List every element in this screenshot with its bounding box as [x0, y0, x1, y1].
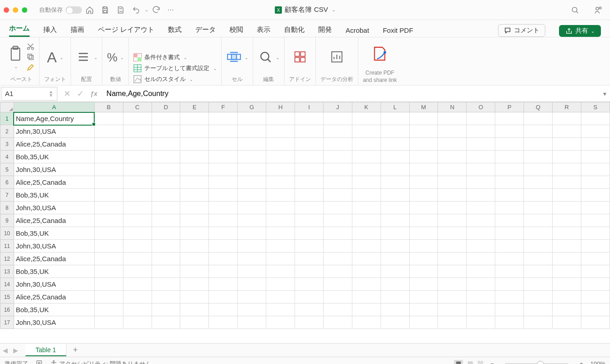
font-icon[interactable]: A [47, 49, 56, 66]
cell-F12[interactable] [209, 253, 238, 265]
cell-H5[interactable] [266, 163, 295, 176]
cut-icon[interactable] [26, 42, 35, 52]
cell-P3[interactable] [495, 138, 524, 151]
cell-M1[interactable] [409, 112, 438, 125]
cell-O16[interactable] [467, 303, 495, 316]
col-header-N[interactable]: N [438, 102, 467, 112]
format-painter-icon[interactable] [26, 63, 35, 73]
cell-S8[interactable] [581, 202, 610, 214]
row-header-15[interactable]: 15 [0, 291, 14, 303]
cell-F15[interactable] [209, 291, 238, 303]
cell-R9[interactable] [553, 214, 581, 227]
cell-I8[interactable] [295, 202, 324, 214]
cell-P5[interactable] [495, 163, 524, 176]
cell-B11[interactable] [94, 240, 123, 253]
cell-M8[interactable] [409, 202, 438, 214]
row-header-11[interactable]: 11 [0, 240, 14, 253]
cell-S14[interactable] [581, 278, 610, 291]
cell-K5[interactable] [352, 163, 381, 176]
cell-O8[interactable] [467, 202, 495, 214]
pdf-share-icon[interactable] [371, 46, 389, 63]
cell-H3[interactable] [266, 138, 295, 151]
cell-S10[interactable] [581, 227, 610, 240]
cell-O6[interactable] [467, 176, 495, 189]
cell-E5[interactable] [180, 163, 209, 176]
cell-N11[interactable] [438, 240, 467, 253]
sheet-nav-prev[interactable]: ◀ [0, 347, 10, 354]
cell-L1[interactable] [381, 112, 409, 125]
cell-J5[interactable] [323, 163, 352, 176]
cell-I6[interactable] [295, 176, 324, 189]
undo-icon[interactable] [132, 6, 140, 14]
cell-A3[interactable]: Alice,25,Canada [14, 138, 94, 151]
cell-H7[interactable] [266, 189, 295, 202]
cell-J1[interactable] [323, 112, 352, 125]
cell-P4[interactable] [495, 151, 524, 163]
select-all-corner[interactable] [0, 102, 14, 112]
cell-Q14[interactable] [524, 278, 553, 291]
row-header-1[interactable]: 1 [0, 112, 14, 125]
cell-C16[interactable] [123, 303, 152, 316]
row-header-5[interactable]: 5 [0, 163, 14, 176]
cell-P7[interactable] [495, 189, 524, 202]
cell-R4[interactable] [553, 151, 581, 163]
row-header-12[interactable]: 12 [0, 253, 14, 265]
cell-B15[interactable] [94, 291, 123, 303]
cell-C9[interactable] [123, 214, 152, 227]
normal-view-icon[interactable]: ▦ [454, 360, 463, 364]
cell-G16[interactable] [238, 303, 266, 316]
cell-I16[interactable] [295, 303, 324, 316]
cell-S1[interactable] [581, 112, 610, 125]
cell-P1[interactable] [495, 112, 524, 125]
cell-S11[interactable] [581, 240, 610, 253]
cell-J10[interactable] [323, 227, 352, 240]
tab-数式[interactable]: 数式 [168, 25, 182, 37]
cell-D3[interactable] [152, 138, 180, 151]
cell-A15[interactable]: Alice,25,Canada [14, 291, 94, 303]
cell-P10[interactable] [495, 227, 524, 240]
col-header-K[interactable]: K [352, 102, 381, 112]
cell-E2[interactable] [180, 125, 209, 138]
cell-D1[interactable] [152, 112, 180, 125]
cell-Q8[interactable] [524, 202, 553, 214]
cell-B3[interactable] [94, 138, 123, 151]
cell-J3[interactable] [323, 138, 352, 151]
cell-L10[interactable] [381, 227, 409, 240]
cell-M9[interactable] [409, 214, 438, 227]
cell-K10[interactable] [352, 227, 381, 240]
cell-B10[interactable] [94, 227, 123, 240]
cell-H2[interactable] [266, 125, 295, 138]
cell-L13[interactable] [381, 265, 409, 278]
cell-M14[interactable] [409, 278, 438, 291]
cell-M11[interactable] [409, 240, 438, 253]
page-layout-view-icon[interactable]: ▤ [468, 360, 473, 364]
cell-I1[interactable] [295, 112, 324, 125]
search-icon[interactable] [571, 6, 579, 14]
cell-I2[interactable] [295, 125, 324, 138]
cell-K16[interactable] [352, 303, 381, 316]
cell-D8[interactable] [152, 202, 180, 214]
cell-F16[interactable] [209, 303, 238, 316]
cell-K12[interactable] [352, 253, 381, 265]
cell-B16[interactable] [94, 303, 123, 316]
page-break-view-icon[interactable]: 凹 [478, 360, 483, 364]
cell-M2[interactable] [409, 125, 438, 138]
cell-Q4[interactable] [524, 151, 553, 163]
cell-A16[interactable]: Bob,35,UK [14, 303, 94, 316]
cell-C6[interactable] [123, 176, 152, 189]
cell-S13[interactable] [581, 265, 610, 278]
cell-E13[interactable] [180, 265, 209, 278]
cell-A11[interactable]: John,30,USA [14, 240, 94, 253]
cell-H11[interactable] [266, 240, 295, 253]
cell-I9[interactable] [295, 214, 324, 227]
cell-D2[interactable] [152, 125, 180, 138]
cell-R6[interactable] [553, 176, 581, 189]
cell-I17[interactable] [295, 316, 324, 329]
cell-G12[interactable] [238, 253, 266, 265]
cell-F6[interactable] [209, 176, 238, 189]
cell-H13[interactable] [266, 265, 295, 278]
cell-F9[interactable] [209, 214, 238, 227]
col-header-O[interactable]: O [467, 102, 495, 112]
cell-L16[interactable] [381, 303, 409, 316]
cell-G14[interactable] [238, 278, 266, 291]
